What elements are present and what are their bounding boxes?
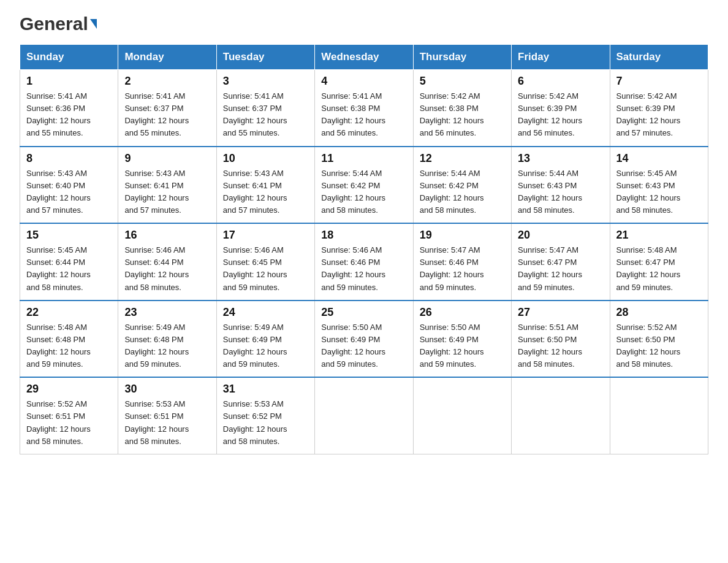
day-info: Sunrise: 5:52 AMSunset: 6:50 PMDaylight:…	[616, 321, 702, 371]
logo: General	[20, 15, 97, 32]
calendar-cell: 13Sunrise: 5:44 AMSunset: 6:43 PMDayligh…	[512, 147, 610, 224]
day-number: 24	[223, 306, 308, 319]
day-info: Sunrise: 5:41 AMSunset: 6:38 PMDaylight:…	[321, 90, 406, 140]
calendar-cell: 30Sunrise: 5:53 AMSunset: 6:51 PMDayligh…	[118, 377, 216, 454]
day-info: Sunrise: 5:51 AMSunset: 6:50 PMDaylight:…	[518, 321, 603, 371]
calendar-week-row: 22Sunrise: 5:48 AMSunset: 6:48 PMDayligh…	[20, 301, 708, 378]
calendar-cell: 16Sunrise: 5:46 AMSunset: 6:44 PMDayligh…	[118, 223, 216, 301]
calendar-week-row: 1Sunrise: 5:41 AMSunset: 6:36 PMDaylight…	[20, 70, 708, 147]
day-info: Sunrise: 5:52 AMSunset: 6:51 PMDaylight:…	[26, 398, 112, 448]
calendar-cell: 1Sunrise: 5:41 AMSunset: 6:36 PMDaylight…	[20, 70, 118, 147]
day-info: Sunrise: 5:46 AMSunset: 6:44 PMDaylight:…	[124, 244, 210, 294]
calendar-cell	[512, 377, 610, 454]
calendar-cell: 25Sunrise: 5:50 AMSunset: 6:49 PMDayligh…	[315, 301, 413, 378]
calendar-cell	[413, 377, 511, 454]
day-number: 25	[321, 306, 406, 319]
calendar-cell: 29Sunrise: 5:52 AMSunset: 6:51 PMDayligh…	[20, 377, 118, 454]
calendar-cell	[610, 377, 708, 454]
day-number: 28	[616, 306, 702, 319]
day-number: 13	[518, 152, 603, 165]
day-info: Sunrise: 5:47 AMSunset: 6:47 PMDaylight:…	[518, 244, 603, 294]
day-number: 27	[518, 306, 603, 319]
calendar-cell: 28Sunrise: 5:52 AMSunset: 6:50 PMDayligh…	[610, 301, 708, 378]
day-info: Sunrise: 5:50 AMSunset: 6:49 PMDaylight:…	[321, 321, 406, 371]
day-number: 7	[616, 75, 702, 88]
day-number: 11	[321, 152, 406, 165]
day-number: 26	[420, 306, 505, 319]
logo-triangle-icon	[90, 19, 97, 29]
day-number: 21	[616, 229, 702, 242]
weekday-header-tuesday: Tuesday	[216, 45, 314, 70]
page-header: General	[20, 15, 708, 32]
logo-general-text: General	[20, 15, 88, 33]
calendar-cell: 11Sunrise: 5:44 AMSunset: 6:42 PMDayligh…	[315, 147, 413, 224]
day-info: Sunrise: 5:41 AMSunset: 6:37 PMDaylight:…	[223, 90, 308, 140]
day-info: Sunrise: 5:44 AMSunset: 6:42 PMDaylight:…	[420, 167, 505, 217]
day-info: Sunrise: 5:42 AMSunset: 6:39 PMDaylight:…	[518, 90, 603, 140]
calendar-table: SundayMondayTuesdayWednesdayThursdayFrid…	[20, 44, 708, 454]
day-number: 23	[124, 306, 210, 319]
day-number: 3	[223, 75, 308, 88]
calendar-cell: 31Sunrise: 5:53 AMSunset: 6:52 PMDayligh…	[216, 377, 314, 454]
calendar-cell: 5Sunrise: 5:42 AMSunset: 6:38 PMDaylight…	[413, 70, 511, 147]
calendar-cell: 9Sunrise: 5:43 AMSunset: 6:41 PMDaylight…	[118, 147, 216, 224]
day-number: 30	[124, 383, 210, 396]
calendar-cell: 8Sunrise: 5:43 AMSunset: 6:40 PMDaylight…	[20, 147, 118, 224]
day-number: 2	[124, 75, 210, 88]
calendar-week-row: 15Sunrise: 5:45 AMSunset: 6:44 PMDayligh…	[20, 223, 708, 301]
day-number: 15	[26, 229, 112, 242]
calendar-cell: 7Sunrise: 5:42 AMSunset: 6:39 PMDaylight…	[610, 70, 708, 147]
day-info: Sunrise: 5:49 AMSunset: 6:48 PMDaylight:…	[124, 321, 210, 371]
calendar-cell	[315, 377, 413, 454]
day-number: 8	[26, 152, 112, 165]
day-number: 14	[616, 152, 702, 165]
day-info: Sunrise: 5:43 AMSunset: 6:40 PMDaylight:…	[26, 167, 112, 217]
day-number: 20	[518, 229, 603, 242]
day-number: 10	[223, 152, 308, 165]
day-number: 22	[26, 306, 112, 319]
calendar-cell: 10Sunrise: 5:43 AMSunset: 6:41 PMDayligh…	[216, 147, 314, 224]
weekday-header-friday: Friday	[512, 45, 610, 70]
calendar-cell: 4Sunrise: 5:41 AMSunset: 6:38 PMDaylight…	[315, 70, 413, 147]
day-number: 29	[26, 383, 112, 396]
calendar-cell: 27Sunrise: 5:51 AMSunset: 6:50 PMDayligh…	[512, 301, 610, 378]
day-info: Sunrise: 5:44 AMSunset: 6:42 PMDaylight:…	[321, 167, 406, 217]
day-number: 31	[223, 383, 308, 396]
calendar-cell: 19Sunrise: 5:47 AMSunset: 6:46 PMDayligh…	[413, 223, 511, 301]
weekday-header-wednesday: Wednesday	[315, 45, 413, 70]
calendar-cell: 2Sunrise: 5:41 AMSunset: 6:37 PMDaylight…	[118, 70, 216, 147]
calendar-week-row: 8Sunrise: 5:43 AMSunset: 6:40 PMDaylight…	[20, 147, 708, 224]
day-number: 4	[321, 75, 406, 88]
calendar-cell: 23Sunrise: 5:49 AMSunset: 6:48 PMDayligh…	[118, 301, 216, 378]
calendar-week-row: 29Sunrise: 5:52 AMSunset: 6:51 PMDayligh…	[20, 377, 708, 454]
day-info: Sunrise: 5:49 AMSunset: 6:49 PMDaylight:…	[223, 321, 308, 371]
day-info: Sunrise: 5:45 AMSunset: 6:44 PMDaylight:…	[26, 244, 112, 294]
calendar-cell: 21Sunrise: 5:48 AMSunset: 6:47 PMDayligh…	[610, 223, 708, 301]
day-info: Sunrise: 5:46 AMSunset: 6:45 PMDaylight:…	[223, 244, 308, 294]
day-info: Sunrise: 5:41 AMSunset: 6:37 PMDaylight:…	[124, 90, 210, 140]
day-info: Sunrise: 5:53 AMSunset: 6:52 PMDaylight:…	[223, 398, 308, 448]
calendar-cell: 15Sunrise: 5:45 AMSunset: 6:44 PMDayligh…	[20, 223, 118, 301]
day-info: Sunrise: 5:45 AMSunset: 6:43 PMDaylight:…	[616, 167, 702, 217]
day-info: Sunrise: 5:53 AMSunset: 6:51 PMDaylight:…	[124, 398, 210, 448]
day-number: 5	[420, 75, 505, 88]
day-number: 16	[124, 229, 210, 242]
day-number: 1	[26, 75, 112, 88]
day-info: Sunrise: 5:42 AMSunset: 6:39 PMDaylight:…	[616, 90, 702, 140]
day-info: Sunrise: 5:46 AMSunset: 6:46 PMDaylight:…	[321, 244, 406, 294]
calendar-cell: 26Sunrise: 5:50 AMSunset: 6:49 PMDayligh…	[413, 301, 511, 378]
day-info: Sunrise: 5:48 AMSunset: 6:48 PMDaylight:…	[26, 321, 112, 371]
calendar-cell: 22Sunrise: 5:48 AMSunset: 6:48 PMDayligh…	[20, 301, 118, 378]
day-info: Sunrise: 5:43 AMSunset: 6:41 PMDaylight:…	[223, 167, 308, 217]
day-info: Sunrise: 5:44 AMSunset: 6:43 PMDaylight:…	[518, 167, 603, 217]
weekday-header-saturday: Saturday	[610, 45, 708, 70]
day-number: 9	[124, 152, 210, 165]
calendar-cell: 17Sunrise: 5:46 AMSunset: 6:45 PMDayligh…	[216, 223, 314, 301]
calendar-cell: 18Sunrise: 5:46 AMSunset: 6:46 PMDayligh…	[315, 223, 413, 301]
calendar-cell: 14Sunrise: 5:45 AMSunset: 6:43 PMDayligh…	[610, 147, 708, 224]
day-number: 19	[420, 229, 505, 242]
calendar-cell: 20Sunrise: 5:47 AMSunset: 6:47 PMDayligh…	[512, 223, 610, 301]
day-info: Sunrise: 5:41 AMSunset: 6:36 PMDaylight:…	[26, 90, 112, 140]
calendar-cell: 3Sunrise: 5:41 AMSunset: 6:37 PMDaylight…	[216, 70, 314, 147]
weekday-header-monday: Monday	[118, 45, 216, 70]
